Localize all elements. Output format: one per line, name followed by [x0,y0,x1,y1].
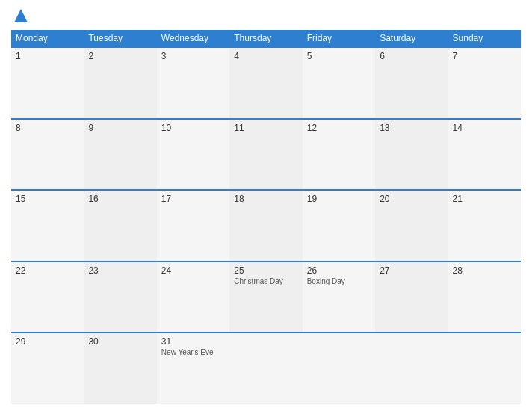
day-number: 18 [234,194,297,204]
day-number: 30 [88,336,152,347]
day-number: 29 [16,336,79,347]
day-number: 31 [161,336,225,347]
day-cell: 16 [84,191,156,261]
week-row-4: 22232425Christmas Day26Boxing Day2728 [11,261,521,333]
day-number: 4 [234,51,297,61]
day-number: 27 [380,265,443,276]
day-cell: 12 [303,120,375,190]
day-header-wednesday: Wednesday [157,30,229,46]
day-cell: 13 [375,120,448,190]
day-cell: 7 [448,48,521,118]
day-number: 21 [453,194,516,204]
week-row-5: 293031New Year's Eve [11,332,521,404]
day-number: 20 [380,194,443,204]
day-cell: 27 [375,262,448,333]
day-number: 13 [380,123,443,133]
day-header-monday: Monday [11,30,84,46]
day-cell: 9 [84,120,156,190]
calendar: MondayTuesdayWednesdayThursdayFridaySatu… [11,30,521,404]
day-cell: 26Boxing Day [303,262,375,333]
day-cell: 10 [157,120,229,190]
day-headers-row: MondayTuesdayWednesdayThursdayFridaySatu… [11,30,521,46]
day-number: 3 [161,51,225,61]
day-cell: 31New Year's Eve [157,333,229,404]
day-header-saturday: Saturday [375,30,448,46]
day-number: 1 [16,51,79,61]
day-cell: 5 [303,48,375,118]
day-cell: 6 [375,48,448,118]
day-cell: 15 [11,191,84,261]
day-cell: 30 [84,333,156,404]
day-cell: 23 [84,262,156,333]
day-number: 8 [16,123,79,133]
day-number: 23 [88,265,152,276]
day-number: 26 [307,265,371,276]
holiday-label: Christmas Day [234,277,297,286]
weeks-container: 1234567891011121314151617181920212223242… [11,46,521,404]
day-number: 11 [234,123,297,133]
day-number: 14 [453,123,516,133]
day-number: 9 [88,123,152,133]
holiday-label: New Year's Eve [161,348,225,357]
day-cell: 14 [448,120,521,190]
day-cell: 8 [11,120,84,190]
day-cell: 28 [448,262,521,333]
day-number: 6 [380,51,443,61]
day-cell: 18 [229,191,302,261]
day-cell: 17 [157,191,229,261]
week-row-3: 15161718192021 [11,189,521,261]
day-number: 17 [161,194,225,204]
day-header-tuesday: Tuesday [84,30,156,46]
day-number: 12 [307,123,371,133]
day-number: 24 [161,265,225,276]
logo [11,7,29,24]
day-header-friday: Friday [303,30,375,46]
day-number: 28 [453,265,516,276]
day-cell: 21 [448,191,521,261]
day-number: 19 [307,194,371,204]
day-cell [448,333,521,404]
day-cell [375,333,448,404]
calendar-page: MondayTuesdayWednesdayThursdayFridaySatu… [0,0,532,411]
day-number: 2 [88,51,152,61]
day-cell: 25Christmas Day [229,262,302,333]
day-number: 5 [307,51,371,61]
day-cell: 11 [229,120,302,190]
holiday-label: Boxing Day [307,277,371,286]
day-cell [303,333,375,404]
day-number: 10 [161,123,225,133]
day-number: 7 [453,51,516,61]
day-cell: 19 [303,191,375,261]
day-number: 25 [234,265,297,276]
day-cell: 20 [375,191,448,261]
day-cell: 3 [157,48,229,118]
day-number: 16 [88,194,152,204]
day-header-thursday: Thursday [229,30,302,46]
day-header-sunday: Sunday [448,30,521,46]
day-cell: 1 [11,48,84,118]
logo-flag-icon [13,7,29,24]
day-cell: 24 [157,262,229,333]
day-cell: 2 [84,48,156,118]
day-cell: 4 [229,48,302,118]
day-cell [229,333,302,404]
week-row-1: 1234567 [11,46,521,118]
day-number: 22 [16,265,79,276]
day-number: 15 [16,194,79,204]
svg-marker-0 [14,9,28,22]
day-cell: 22 [11,262,84,333]
header [11,7,521,24]
week-row-2: 891011121314 [11,118,521,190]
day-cell: 29 [11,333,84,404]
